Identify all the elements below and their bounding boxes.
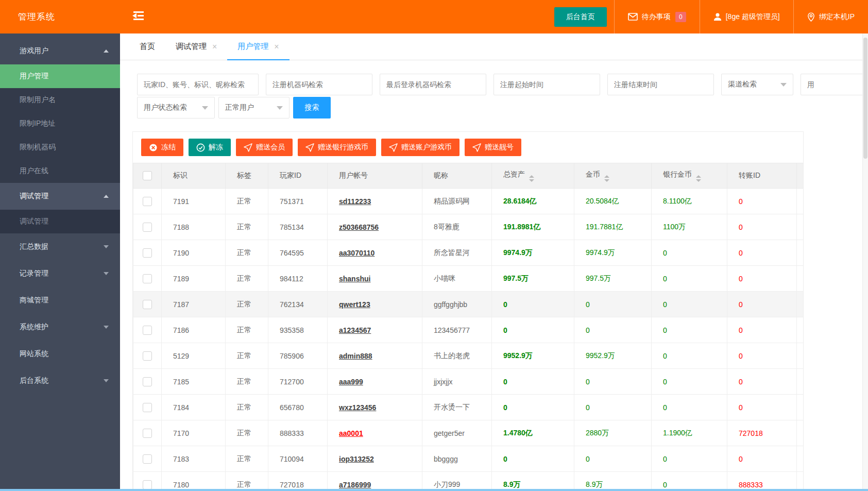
row-account-cell: a7186999 [328,472,422,491]
column-header-用户帐号: 用户帐号 [328,163,422,189]
account-link[interactable]: a7186999 [339,481,371,489]
赠送会员-button[interactable]: 赠送会员 [236,139,293,156]
sidebar-item-限制IP地址-3[interactable]: 限制IP地址 [0,112,120,136]
sidebar-item-限制用户名-2[interactable]: 限制用户名 [0,88,120,112]
cell-value: 0 [503,455,507,463]
search-button[interactable]: 搜索 [293,97,331,118]
row-tag-cell: 正常 [226,317,268,343]
row-checkbox[interactable] [143,274,152,283]
user-status-select[interactable]: 用户状态检索 [137,97,215,118]
account-link[interactable]: admin888 [339,352,372,360]
user-icon [713,13,722,21]
row-checkbox[interactable] [143,223,152,232]
account-link[interactable]: shanshui [339,275,370,283]
row-checkbox[interactable] [143,351,152,361]
table-row-iop313252: 7183正常710094iop313252bbgggg0000 [133,446,804,472]
filter-input-partial[interactable] [801,74,868,95]
send-icon [305,143,314,152]
chevron-up-icon [104,195,109,198]
close-tab-icon[interactable]: × [274,42,279,52]
row-transfer-id-cell: 0 [727,189,797,214]
account-link[interactable]: sd112233 [339,197,371,206]
table-row-aa0001: 7170正常888333aa0001getger5er1.4780亿2880万1… [133,420,804,446]
sidebar-item-限制机器码-4[interactable]: 限制机器码 [0,136,120,159]
tab-首页[interactable]: 首页 [129,33,165,60]
filter-input-2[interactable] [380,74,486,95]
account-link[interactable]: aa3070110 [339,249,375,257]
sidebar-item-用户管理-1[interactable]: 用户管理 [0,64,120,88]
sidebar-item-汇总数据-8[interactable]: 汇总数据 [0,233,120,260]
account-link[interactable]: qwert123 [339,300,370,309]
button-label: 解冻 [209,143,223,152]
row-player-id-cell: 984112 [268,266,328,292]
sidebar-item-系统维护-11[interactable]: 系统维护 [0,314,120,341]
filter-input-1[interactable] [266,74,372,95]
row-tag-cell: 正常 [226,266,268,292]
解冻-button[interactable]: 解冻 [189,139,231,156]
column-header-金币[interactable]: 金币 [574,163,652,189]
row-coins-cell: 0 [574,446,652,472]
tab-用户管理[interactable]: 用户管理× [227,33,289,60]
row-checkbox[interactable] [143,377,152,386]
row-tag-cell: 正常 [226,240,268,266]
row-checkbox[interactable] [143,197,152,206]
column-header-总资产[interactable]: 总资产 [492,163,574,189]
filter-input-3[interactable] [493,74,600,95]
cell-value: 9974.9万 [586,248,615,257]
row-player-id-cell: 751371 [268,189,328,214]
row-select-cell [133,189,162,214]
sidebar-item-网站系统-12[interactable]: 网站系统 [0,341,120,367]
user-type-select[interactable]: 正常用户 [218,97,290,118]
column-header-银行金币[interactable]: 银行金币 [652,163,727,189]
account-link[interactable]: aaa999 [339,378,363,386]
row-player-id-cell: 727018 [268,472,328,491]
filter-input-4[interactable] [607,74,714,95]
backend-home-button[interactable]: 后台首页 [554,7,607,27]
sidebar-item-用户在线-5[interactable]: 用户在线 [0,159,120,183]
sort-icon[interactable] [604,175,609,182]
row-checkbox[interactable] [143,429,152,438]
scrollbar-thumb[interactable] [863,38,867,159]
account-link[interactable]: aa0001 [339,429,363,437]
row-checkbox[interactable] [143,300,152,309]
sidebar-item-label: 用户管理 [20,72,48,81]
sidebar-item-调试管理-6[interactable]: 调试管理 [0,183,120,210]
header-right-group: 后台首页 待办事项 0 [8ge [547,0,868,33]
filter-input-0[interactable] [137,74,259,95]
tab-调试管理[interactable]: 调试管理× [165,33,227,60]
sidebar-item-调试管理-7[interactable]: 调试管理 [0,210,120,233]
赠送账户游戏币-button[interactable]: 赠送账户游戏币 [381,139,459,156]
sidebar-item-游戏用户-0[interactable]: 游戏用户 [0,38,120,64]
sort-icon[interactable] [529,175,534,182]
row-checkbox[interactable] [143,403,152,412]
row-checkbox[interactable] [143,454,152,464]
bind-ip-menu-item[interactable]: 绑定本机IP [793,0,868,33]
冻结-button[interactable]: 冻结 [141,139,183,156]
sort-icon[interactable] [696,175,701,182]
赠送靓号-button[interactable]: 赠送靓号 [465,139,521,156]
cell-value: 1.1900亿 [663,429,692,437]
account-link[interactable]: z503668756 [339,223,379,231]
sidebar-item-后台系统-13[interactable]: 后台系统 [0,367,120,394]
close-tab-icon[interactable]: × [212,42,217,52]
current-user-menu-item[interactable]: [8ge 超级管理员] [700,0,793,33]
column-header-label: 银行金币 [663,170,692,178]
cell-value: 0 [503,300,507,309]
row-checkbox[interactable] [143,326,152,335]
row-checkbox[interactable] [143,248,152,258]
row-checkbox[interactable] [143,480,152,489]
account-link[interactable]: iop313252 [339,455,374,463]
users-table: 标识标签玩家ID用户帐号昵称总资产金币银行金币转账ID7191正常751371s… [133,163,804,491]
sidebar-item-商城管理-10[interactable]: 商城管理 [0,287,120,314]
channel-select[interactable]: 渠道检索 [721,74,793,95]
select-all-checkbox[interactable] [143,171,152,180]
collapse-sidebar-button[interactable] [132,11,145,23]
vertical-scrollbar[interactable] [862,33,868,491]
row-nickname-cell: 精品源码网 [422,189,492,214]
bind-ip-label: 绑定本机IP [819,12,855,22]
赠送银行游戏币-button[interactable]: 赠送银行游戏币 [298,139,376,156]
account-link[interactable]: a1234567 [339,326,371,334]
account-link[interactable]: wxz123456 [339,403,376,412]
todo-menu-item[interactable]: 待办事项 0 [614,0,700,33]
sidebar-item-记录管理-9[interactable]: 记录管理 [0,260,120,287]
